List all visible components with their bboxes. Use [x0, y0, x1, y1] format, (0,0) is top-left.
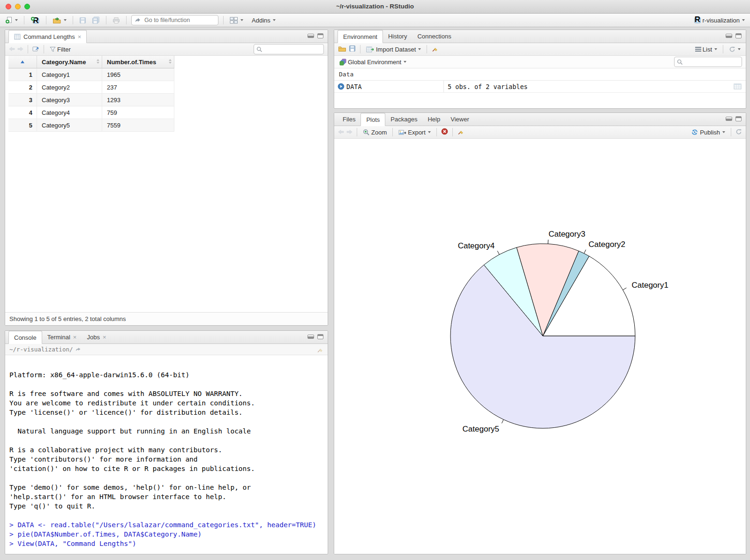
- goto-directory-icon[interactable]: [75, 347, 81, 352]
- project-selector[interactable]: R r-visualization: [692, 15, 746, 25]
- filter-button[interactable]: Filter: [48, 45, 72, 54]
- publish-button[interactable]: Publish: [690, 128, 727, 137]
- separator: [126, 16, 127, 24]
- print-button[interactable]: [111, 16, 121, 25]
- minimize-pane-icon[interactable]: [308, 34, 314, 38]
- table-cell[interactable]: 1965: [102, 68, 174, 81]
- list-view-button[interactable]: List: [694, 45, 719, 54]
- zoom-window-button[interactable]: [24, 4, 30, 9]
- new-file-button[interactable]: [4, 15, 19, 25]
- table-cell[interactable]: 3: [8, 94, 37, 106]
- table-cell[interactable]: 759: [102, 106, 174, 119]
- tab-label: Files: [343, 116, 355, 123]
- table-cell[interactable]: 7559: [102, 119, 174, 131]
- view-data-grid-icon[interactable]: [734, 83, 742, 91]
- tab-plots[interactable]: Plots: [360, 113, 385, 126]
- refresh-environment-button[interactable]: [728, 45, 742, 53]
- previous-plot-button[interactable]: [338, 129, 344, 136]
- open-file-button[interactable]: [51, 16, 68, 25]
- console-body[interactable]: Platform: x86_64-apple-darwin15.6.0 (64-…: [5, 356, 328, 554]
- table-cell[interactable]: Category3: [37, 94, 102, 106]
- table-cell[interactable]: Category5: [37, 119, 102, 131]
- environment-scope-bar: Global Environment: [334, 56, 746, 68]
- clear-console-broom-icon[interactable]: [316, 346, 323, 353]
- table-cell[interactable]: Category1: [37, 68, 102, 81]
- save-workspace-button[interactable]: [349, 45, 356, 53]
- maximize-pane-icon[interactable]: [317, 334, 323, 339]
- addins-button[interactable]: Addins: [250, 16, 277, 25]
- minimize-pane-icon[interactable]: [726, 34, 732, 38]
- tab-connections[interactable]: Connections: [412, 30, 456, 43]
- save-button[interactable]: [78, 16, 88, 25]
- tab-history[interactable]: History: [383, 30, 412, 43]
- table-cell[interactable]: 5: [8, 119, 37, 131]
- viewer-search-box[interactable]: [254, 44, 324, 54]
- tab-terminal[interactable]: Terminal ×: [42, 331, 82, 343]
- close-icon[interactable]: ×: [103, 334, 106, 340]
- popout-button[interactable]: [32, 46, 39, 53]
- table-cell[interactable]: 1: [8, 68, 37, 81]
- tab-label: Environment: [343, 33, 377, 40]
- tab-viewer[interactable]: Viewer: [445, 113, 474, 126]
- next-plot-button[interactable]: [346, 129, 352, 136]
- column-header-number-of-times[interactable]: Number.of.Times: [102, 56, 174, 68]
- tab-jobs[interactable]: Jobs ×: [82, 331, 111, 343]
- pie-label-tick: [623, 288, 627, 290]
- chevron-down-icon: [273, 19, 276, 21]
- zoom-plot-button[interactable]: Zoom: [361, 128, 388, 137]
- save-all-button[interactable]: [90, 15, 101, 25]
- environment-search-box[interactable]: [674, 57, 742, 67]
- environment-search-input[interactable]: [685, 58, 734, 66]
- load-workspace-button[interactable]: [338, 45, 346, 53]
- maximize-pane-icon[interactable]: [317, 33, 323, 38]
- refresh-plot-button[interactable]: [735, 128, 742, 136]
- back-button[interactable]: [9, 46, 15, 53]
- table-cell[interactable]: 1293: [102, 94, 174, 106]
- back-arrow-icon: [338, 129, 344, 134]
- pane-layout-button[interactable]: [228, 16, 245, 25]
- table-cell[interactable]: 237: [102, 81, 174, 93]
- minimize-pane-icon[interactable]: [726, 117, 732, 121]
- maximize-pane-icon[interactable]: [735, 33, 742, 38]
- scope-selector[interactable]: Global Environment: [338, 58, 408, 67]
- clear-all-plots-button[interactable]: [457, 128, 464, 136]
- table-cell[interactable]: Category2: [37, 81, 102, 93]
- tab-environment[interactable]: Environment: [338, 30, 383, 43]
- clear-environment-button[interactable]: [431, 45, 438, 53]
- table-cell[interactable]: Category4: [37, 106, 102, 119]
- minimize-pane-icon[interactable]: [308, 335, 314, 339]
- table-row[interactable]: 5Category57559: [8, 119, 174, 132]
- row-number-header[interactable]: [8, 56, 37, 68]
- tab-help[interactable]: Help: [422, 113, 445, 126]
- separator: [106, 16, 106, 24]
- close-icon[interactable]: ×: [73, 334, 77, 340]
- tab-packages[interactable]: Packages: [385, 113, 422, 126]
- maximize-pane-icon[interactable]: [735, 116, 742, 121]
- tab-files[interactable]: Files: [338, 113, 360, 126]
- expand-object-icon[interactable]: [338, 83, 345, 91]
- minimize-window-button[interactable]: [15, 4, 21, 9]
- table-cell[interactable]: 4: [8, 106, 37, 119]
- goto-file-search[interactable]: [131, 15, 218, 25]
- table-row[interactable]: 4Category4759: [8, 106, 174, 119]
- console-output-line: Type 'contributors()' for more informati…: [9, 455, 328, 464]
- tab-console[interactable]: Console: [8, 331, 42, 344]
- column-header-category-name[interactable]: Category.Name: [37, 56, 102, 68]
- viewer-search-input[interactable]: [264, 45, 313, 53]
- remove-plot-button[interactable]: [441, 128, 448, 136]
- export-plot-button[interactable]: Export: [397, 128, 432, 137]
- tab-command-lengths[interactable]: Command Lengths ×: [8, 30, 87, 43]
- table-row[interactable]: 2Category2237: [8, 81, 174, 94]
- close-icon[interactable]: ×: [78, 34, 82, 40]
- close-window-button[interactable]: [6, 4, 11, 9]
- forward-button[interactable]: [17, 46, 23, 53]
- import-dataset-button[interactable]: Import Dataset: [365, 45, 422, 54]
- new-project-button[interactable]: R: [29, 15, 41, 25]
- table-row[interactable]: 1Category11965: [8, 68, 174, 81]
- table-row[interactable]: 3Category31293: [8, 94, 174, 106]
- table-cell[interactable]: 2: [8, 81, 37, 93]
- environment-object-row[interactable]: DATA 5 obs. of 2 variables: [334, 81, 746, 93]
- console-input-line: > pie(DATA$Number.of.Times, DATA$Categor…: [9, 530, 328, 539]
- console-output-line: Type 'license()' or 'licence()' for dist…: [9, 408, 328, 417]
- goto-file-input[interactable]: [143, 16, 206, 24]
